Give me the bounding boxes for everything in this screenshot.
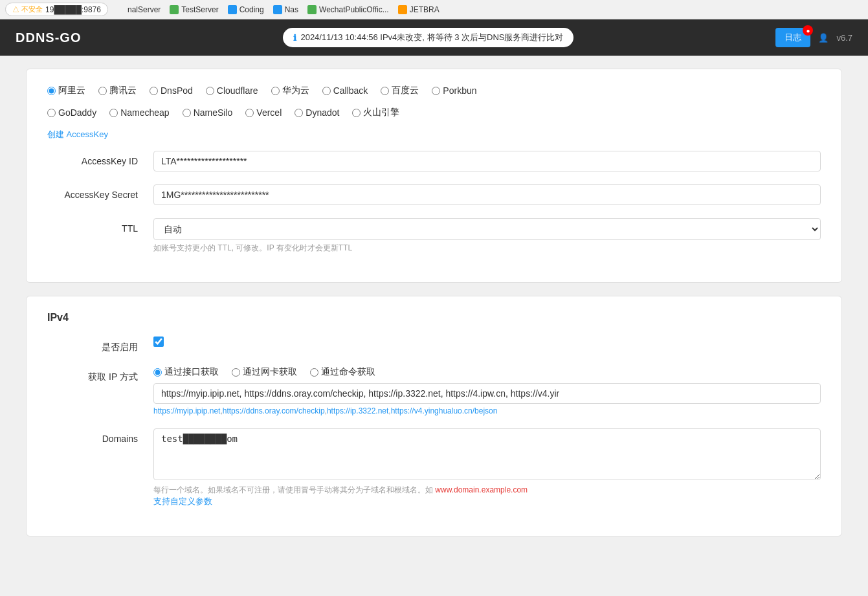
radio-dynadot-label: Dynadot [306,107,339,118]
version-label: v6.7 [836,33,852,43]
radio-huoshan-label: 火山引擎 [363,107,399,118]
radio-vercel-input[interactable] [245,109,254,117]
tab-nas[interactable]: Nas [271,4,301,16]
access-key-id-input[interactable] [153,151,821,171]
radio-command-label: 通过命令获取 [321,366,375,378]
ttl-row: TTL 自动 600 1800 3600 7200 如账号支持更小的 TTL, … [47,218,821,254]
access-key-secret-input[interactable] [153,184,821,205]
tab-label-wechat: WechatPublicOffic... [319,5,389,14]
testserver-favicon [170,5,179,14]
browser-tabs: nalServer TestServer Coding Nas WechatPu… [113,4,442,16]
tab-label-coding: Coding [239,5,264,14]
radio-baidu-label: 百度云 [392,85,419,96]
coding-favicon [228,5,237,14]
tab-nalserver[interactable]: nalServer [113,4,163,16]
radio-huoshan-input[interactable] [352,109,361,117]
nas-favicon [273,5,282,14]
radio-namesilo-input[interactable] [183,109,191,117]
radio-cloudflare-input[interactable] [206,87,214,95]
enable-checkbox[interactable] [153,337,164,347]
tab-testserver[interactable]: TestServer [167,4,221,16]
radio-godaddy[interactable]: GoDaddy [47,107,96,118]
radio-callback[interactable]: Callback [322,85,368,96]
radio-dynadot-input[interactable] [295,109,303,117]
ipv4-title: IPv4 [47,312,821,324]
radio-interface-label: 通过接口获取 [164,366,219,378]
wechat-favicon [307,5,317,14]
ttl-wrap: 自动 600 1800 3600 7200 如账号支持更小的 TTL, 可修改。… [153,218,821,254]
radio-namesilo[interactable]: NameSilo [183,107,233,118]
get-ip-methods: 通过接口获取 通过网卡获取 通过命令获取 [153,366,821,378]
ip-hint-link1[interactable]: https://myip.ipip.net [153,406,220,415]
custom-params-link[interactable]: 支持自定义参数 [153,496,212,506]
tab-coding[interactable]: Coding [225,4,267,16]
radio-dynadot[interactable]: Dynadot [295,107,339,118]
get-ip-label: 获取 IP 方式 [47,366,138,383]
radio-command[interactable]: 通过命令获取 [310,366,375,378]
ip-url-hints: https://myip.ipip.net , https://ddns.ora… [153,406,821,415]
ip-url-input[interactable] [153,383,821,404]
radio-huawei[interactable]: 华为云 [271,85,309,96]
radio-huawei-label: 华为云 [282,85,309,96]
radio-command-input[interactable] [310,368,318,377]
radio-godaddy-input[interactable] [47,109,56,117]
radio-dnspod[interactable]: DnsPod [150,85,193,96]
dns-provider-row1: 阿里云 腾讯云 DnsPod Cloudflare 华为云 Callback [47,85,821,96]
radio-callback-label: Callback [333,85,368,96]
radio-baidu-input[interactable] [381,87,389,95]
radio-vercel[interactable]: Vercel [245,107,282,118]
radio-namecheap[interactable]: Namecheap [109,107,170,118]
main-content: 阿里云 腾讯云 DnsPod Cloudflare 华为云 Callback [0,56,868,596]
radio-aliyun-input[interactable] [47,87,56,95]
radio-huawei-input[interactable] [271,87,280,95]
radio-tencent-input[interactable] [98,87,107,95]
ip-hint-link2[interactable]: https://ddns.oray.com/checkip [223,406,325,415]
radio-godaddy-label: GoDaddy [58,107,96,118]
domains-hint-url: www.domain.example.com [435,485,528,494]
create-access-link[interactable]: 创建 AccessKey [47,129,821,140]
access-key-secret-wrap [153,184,821,205]
radio-interface-input[interactable] [153,368,162,377]
radio-namecheap-label: Namecheap [120,107,170,118]
radio-aliyun[interactable]: 阿里云 [47,85,85,96]
log-button-label: 日志 [785,32,801,42]
ttl-hint: 如账号支持更小的 TTL, 可修改。IP 有变化时才会更新TTL [153,243,821,254]
notice-text: 2024/11/13 10:44:56 IPv4未改变, 将等待 3 次后与DN… [300,32,563,43]
radio-nic-input[interactable] [232,368,240,377]
app-title: DDNS-GO [16,30,81,45]
nalserver-favicon [116,5,125,14]
ip-hint-link3[interactable]: https://ip.3322.net [327,406,388,415]
enable-wrap [153,337,821,347]
radio-baidu[interactable]: 百度云 [381,85,419,96]
radio-tencent[interactable]: 腾讯云 [98,85,137,96]
tab-jetbra[interactable]: JETBRA [395,4,442,16]
address-bar[interactable]: △ 不安全 19█████:9876 [5,3,108,16]
radio-namecheap-input[interactable] [109,109,118,117]
ip-hint-link4[interactable]: https://v4.yinghualuo.cn/bejson [391,406,498,415]
radio-callback-input[interactable] [322,87,331,95]
jetbra-favicon [398,5,407,14]
radio-interface[interactable]: 通过接口获取 [153,366,219,378]
radio-nic[interactable]: 通过网卡获取 [232,366,297,378]
log-button[interactable]: 日志 ● [775,28,810,47]
address-url: 19█████:9876 [45,5,101,14]
radio-porkbun-input[interactable] [432,87,440,95]
radio-cloudflare[interactable]: Cloudflare [206,85,258,96]
ttl-select[interactable]: 自动 600 1800 3600 7200 [153,218,821,240]
tab-wechat[interactable]: WechatPublicOffic... [305,4,392,16]
tab-label-nas: Nas [285,5,298,14]
access-key-secret-row: AccessKey Secret [47,184,821,205]
domains-label: Domains [47,428,138,444]
access-key-id-row: AccessKey ID [47,151,821,171]
radio-tencent-label: 腾讯云 [109,85,137,96]
get-ip-wrap: 通过接口获取 通过网卡获取 通过命令获取 https://myip.ipip.n… [153,366,821,415]
browser-chrome: △ 不安全 19█████:9876 nalServer TestServer … [0,0,868,19]
domains-wrap: test████████om 每行一个域名。如果域名不可注册，请使用冒号手动将其… [153,428,821,507]
domains-textarea[interactable]: test████████om [153,428,821,480]
enable-row: 是否启用 [47,337,821,353]
app-header: DDNS-GO ℹ 2024/11/13 10:44:56 IPv4未改变, 将… [0,19,868,56]
radio-huoshan[interactable]: 火山引擎 [352,107,399,118]
radio-porkbun[interactable]: Porkbun [432,85,476,96]
log-badge: ● [803,25,813,36]
radio-dnspod-input[interactable] [150,87,158,95]
